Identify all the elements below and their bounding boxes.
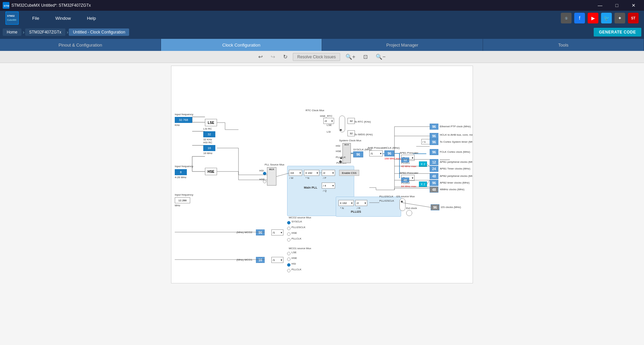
breadcrumb-device[interactable]: STM32F407ZGTx [25,28,65,36]
hse-unit-label: 4-26 MHz [175,176,186,179]
youtube-icon[interactable]: ▶ [588,13,598,23]
ext-unit-label: MHz [175,204,180,207]
hclk-ahb-label: HCLK to AHB bus, core, memory and DMA (M… [440,133,473,136]
zoom-out-button[interactable]: 🔍− [373,52,388,61]
hse-box[interactable]: HSE [205,168,217,175]
zoom-in-button[interactable]: 🔍+ [343,52,358,61]
redo-button[interactable]: ↪ [268,52,278,61]
sysclk-mux-box: MUX [342,143,351,163]
menu-file[interactable]: File [24,11,47,25]
mco1-lse-radio[interactable] [287,252,290,255]
minimize-button[interactable]: — [592,0,608,11]
apb1-periph-label: APB1 peripheral clocks (MHz) [440,160,473,163]
menubar-right: ① f ▶ 🐦 ✦ ST [561,13,639,23]
hse-input-label: Input frequency [175,165,193,168]
rtc-div-select[interactable]: /2▾ [323,118,334,124]
ext-freq-box[interactable]: 12.288 [175,197,190,203]
mco1-hsi-label: HSI [291,262,296,265]
plli2s-r-select[interactable]: /2▾ [355,200,367,206]
pll-p-label: / P [323,177,326,180]
svg-rect-2 [6,12,18,24]
mco1-hsi-radio[interactable] [287,263,290,267]
mco1-hse-radio[interactable] [287,258,290,261]
sysclk-hsi-label: HSI [336,144,340,147]
network-icon[interactable]: ✦ [614,13,625,23]
enable-css-btn[interactable]: Enable CSS [339,170,359,176]
eth-ptp-val: 96 [430,124,438,130]
menu-help[interactable]: Help [79,11,104,25]
plli2s-label: PLLI2S [351,210,361,213]
sysclk-mux-label: System Clock Mux [339,139,361,142]
menu-window[interactable]: Window [47,11,79,25]
ext-clock-label: Ext clock [406,207,417,210]
hsi-freq-box[interactable]: 16 [203,145,215,151]
mco2-pllclk-radio[interactable] [287,238,290,242]
tabbar: Pinout & Configuration Clock Configurati… [0,39,644,51]
tab-project[interactable]: Project Manager [322,39,483,51]
pll-m-select[interactable]: /16▾ [289,170,302,176]
tab-tools[interactable]: Tools [483,39,644,51]
main-pll-label: Main PLL [304,186,317,189]
hsi-rc-label: HSI RC [203,141,212,144]
pll-hsi-radio[interactable] [263,172,266,175]
pll-hse-radio[interactable] [263,180,266,183]
48mhz-val: 48 [430,187,438,193]
st-icon[interactable]: ST [628,13,639,23]
undo-button[interactable]: ↩ [256,52,265,61]
titlebar-left: STM STM32CubeMX Untitled*: STM32F407ZGTx [3,2,91,9]
apb2-periph-label: APB2 peripheral clocks (MHz) [440,175,473,178]
pll-p-select[interactable]: /2▾ [322,170,335,176]
48mhz-label: 48MHz clocks (MHz) [440,188,465,191]
tab-pinout[interactable]: Pinout & Configuration [0,39,161,51]
mco1-mux-label: MCO1 source Mux [289,247,311,250]
breadcrumb-config[interactable]: Untitled - Clock Configuration [69,28,129,36]
fclk-val: 96 [430,149,438,155]
svg-text:STM32: STM32 [7,15,15,17]
mco2-hse-radio[interactable] [287,232,290,236]
resolve-clock-issues-button[interactable]: Resolve Clock Issues [293,53,340,61]
maximize-button[interactable]: □ [609,0,625,11]
cortex-timer-label: To Cortex System timer (MHz) [440,140,473,143]
lse-freq-box[interactable]: 32.768 [175,117,192,123]
sysclk-val-box[interactable]: 96 [353,151,363,157]
pclk2-val-box[interactable]: 48 [401,178,409,183]
lsi-freq-box[interactable]: 32 [203,131,215,137]
hclk-val-box[interactable]: 96 [384,150,394,156]
breadcrumb-home[interactable]: Home [3,28,21,36]
cortex-timer-val: 96 [430,139,438,145]
lsi-unit-label: 32 KHz [203,138,212,141]
mco1-div-select[interactable]: /1▾ [271,257,283,263]
refresh-button[interactable]: ↻ [280,52,290,61]
clock-diagram[interactable]: RTC Clock Mux HSE_RTC /2▾ LSE LSI To RTC… [171,66,473,283]
fit-button[interactable]: ⊡ [361,52,370,61]
twitter-icon[interactable]: 🐦 [601,13,612,23]
fclk-label: FCLK Cortex clock (MHz) [440,150,470,153]
i2s-val: 96 [431,204,439,210]
hse-freq-box[interactable]: 8 [175,169,187,175]
lsi-rc-label: LSI RC [203,127,212,130]
pll-q-select[interactable]: / 4▾ [322,183,335,189]
generate-code-button[interactable]: GENERATE CODE [594,28,641,37]
close-button[interactable]: ✕ [626,0,641,11]
lse-unit-label: KHz [175,124,180,127]
plli2s-n-select[interactable]: X 192▾ [338,200,354,206]
apb1-timer-val: 24 [430,166,438,172]
lse-box[interactable]: LSE [205,119,217,126]
version-icon: ① [561,13,572,23]
ahb-div-select[interactable]: /1▾ [369,150,383,156]
plli2s-n-label: * N [340,207,344,210]
pclk1-val-box[interactable]: 12 [401,157,409,162]
tab-clock[interactable]: Clock Configuration [161,39,322,51]
mco2-plli2s-radio[interactable] [287,227,290,230]
rtc-mux-label: RTC Clock Mux [306,109,324,112]
menubar: STM32 CubeMX File Window Help ① f ▶ 🐦 ✦ … [0,11,644,25]
mco1-pllclk-radio[interactable] [287,269,290,272]
pll-n-select[interactable]: X 192▾ [304,170,319,176]
svg-text:STM: STM [4,4,9,7]
eth-ptp-label: Ethernet PTP clock (MHz) [440,125,471,128]
mco2-sysclk-radio[interactable] [287,221,290,224]
apb2-periph-val: 48 [430,173,438,179]
mco2-div-select[interactable]: /1▾ [271,229,283,235]
iwdg-label: To IWDG (KHz) [354,133,373,136]
facebook-icon[interactable]: f [574,13,585,23]
